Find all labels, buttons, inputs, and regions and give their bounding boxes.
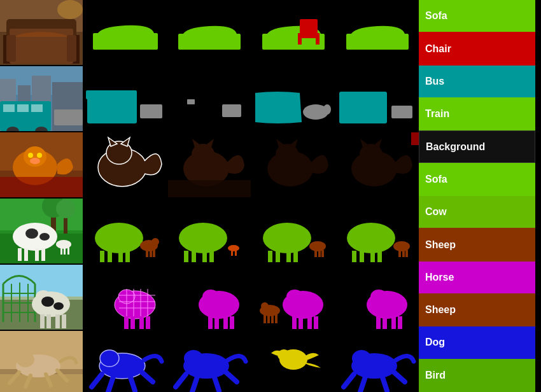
image-grid (0, 0, 419, 392)
legend-train: Train (419, 97, 535, 130)
svg-rect-63 (0, 177, 83, 197)
seg-sofa-3 (252, 0, 335, 65)
svg-rect-29 (402, 34, 409, 50)
svg-rect-199 (275, 314, 278, 323)
svg-rect-115 (150, 249, 152, 257)
svg-rect-205 (391, 316, 396, 329)
svg-point-96 (39, 233, 50, 241)
svg-rect-45 (86, 90, 137, 99)
photo-cow (0, 199, 83, 263)
svg-rect-114 (146, 249, 148, 257)
svg-rect-160 (40, 314, 45, 328)
svg-point-95 (25, 228, 38, 239)
svg-rect-103 (64, 247, 66, 255)
svg-rect-198 (271, 314, 274, 323)
svg-rect-144 (377, 251, 382, 262)
seg-sofa-1 (84, 0, 167, 65)
svg-rect-196 (263, 314, 266, 323)
seg-horse-2 (168, 265, 251, 330)
svg-point-211 (17, 352, 34, 367)
svg-rect-135 (314, 250, 317, 257)
seg-horse-1 (84, 265, 167, 330)
svg-rect-74 (168, 180, 251, 197)
seg-bus-4 (336, 66, 419, 131)
svg-rect-12 (93, 33, 101, 50)
svg-rect-123 (209, 251, 214, 262)
svg-rect-24 (298, 33, 302, 45)
legend-bird: Bird (419, 359, 535, 392)
svg-rect-126 (235, 250, 237, 256)
seg-bus-2 (168, 66, 251, 131)
svg-rect-186 (230, 316, 234, 329)
svg-rect-15 (181, 44, 238, 50)
svg-rect-148 (405, 250, 408, 257)
svg-rect-143 (370, 251, 375, 262)
svg-rect-125 (231, 250, 233, 256)
svg-point-119 (183, 226, 200, 240)
legend-panel: Sofa Chair Bus Train Background Sofa Cow… (419, 0, 535, 392)
seg-dog-3 (252, 331, 335, 392)
svg-rect-49 (222, 104, 241, 117)
svg-rect-99 (35, 248, 39, 261)
svg-point-217 (184, 350, 203, 367)
seg-horse-3 (252, 265, 335, 330)
seg-dog-4 (336, 331, 419, 392)
seg-cow-2 (168, 199, 251, 263)
svg-point-129 (267, 226, 284, 240)
svg-rect-46 (140, 104, 162, 118)
svg-rect-108 (100, 251, 104, 262)
seg-cow-3 (252, 199, 335, 263)
svg-rect-16 (178, 34, 185, 50)
svg-rect-102 (60, 247, 62, 255)
svg-rect-122 (202, 251, 207, 262)
seg-sofa-2 (168, 0, 251, 65)
svg-point-165 (53, 302, 64, 310)
svg-point-124 (228, 245, 239, 251)
legend-horse: Horse (419, 262, 535, 293)
svg-rect-42 (54, 109, 83, 125)
svg-rect-130 (268, 251, 272, 262)
svg-rect-8 (67, 35, 76, 62)
legend-sofa-1: Sofa (419, 0, 535, 32)
svg-rect-111 (125, 251, 130, 262)
legend-sofa-2: Sofa (419, 163, 535, 196)
svg-rect-147 (402, 250, 405, 257)
svg-rect-110 (118, 251, 123, 262)
svg-rect-47 (168, 66, 251, 131)
svg-point-189 (286, 290, 303, 304)
svg-rect-54 (339, 92, 387, 123)
svg-rect-161 (46, 314, 51, 328)
seg-cat-3 (252, 132, 335, 197)
svg-rect-204 (383, 316, 387, 329)
svg-rect-131 (276, 251, 280, 262)
svg-rect-55 (391, 106, 412, 118)
photo-bus (0, 66, 83, 131)
seg-dog-2 (168, 331, 251, 392)
svg-rect-27 (349, 44, 406, 50)
svg-rect-20 (262, 34, 269, 50)
photo-sofa (0, 0, 83, 65)
svg-rect-179 (146, 316, 150, 329)
svg-rect-104 (67, 247, 69, 255)
main-container: Sofa Chair Bus Train Background Sofa Cow… (0, 0, 541, 392)
seg-bus-3 (252, 66, 335, 131)
seg-cat-2 (168, 132, 251, 197)
svg-rect-11 (95, 43, 155, 50)
legend-bus: Bus (419, 66, 535, 97)
svg-rect-98 (24, 248, 28, 261)
svg-point-61 (37, 153, 42, 158)
svg-rect-177 (130, 316, 135, 329)
seg-cow-4 (336, 199, 419, 263)
svg-rect-178 (139, 316, 144, 329)
svg-point-223 (352, 350, 371, 367)
svg-rect-136 (318, 250, 321, 257)
svg-rect-13 (150, 33, 158, 50)
photo-dog (0, 331, 83, 392)
legend-sheep-2: Sheep (419, 293, 535, 326)
svg-point-113 (151, 238, 159, 246)
svg-point-214 (100, 350, 119, 367)
svg-point-182 (202, 290, 219, 304)
svg-rect-191 (299, 316, 303, 329)
svg-rect-100 (41, 248, 45, 261)
svg-point-164 (41, 297, 54, 307)
